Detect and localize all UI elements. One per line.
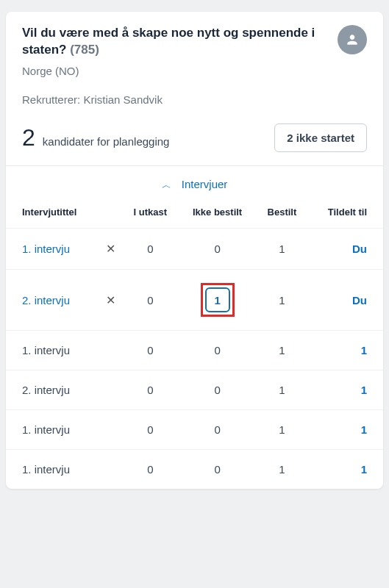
table-row: 2. intervju0011 — [6, 370, 383, 410]
ordered-count: 1 — [256, 229, 308, 270]
recruiter-label: Rekrutterer: — [22, 93, 80, 106]
collapse-toggle[interactable]: ︿ Intervjuer — [6, 166, 383, 199]
interview-title: 1. intervju — [6, 331, 99, 370]
col-draft: I utkast — [121, 199, 179, 229]
person-icon — [345, 32, 360, 47]
interview-card: Vil du være med å skape noe nytt og spen… — [6, 12, 383, 489]
interview-title: 1. intervju — [6, 450, 99, 490]
close-icon[interactable]: ✕ — [106, 294, 115, 306]
interview-title[interactable]: 2. intervju — [6, 270, 99, 331]
col-close-spacer — [99, 199, 121, 229]
row-close-cell — [99, 331, 121, 370]
draft-count: 0 — [121, 450, 179, 490]
not-ordered-count: 0 — [179, 450, 255, 490]
ordered-count: 1 — [256, 370, 308, 410]
col-ordered: Bestilt — [256, 199, 308, 229]
summary-left: 2 kandidater for planlegging — [22, 124, 169, 151]
candidate-count: 2 — [22, 124, 35, 151]
table-row: 1. intervju0011 — [6, 331, 383, 370]
interview-table: Intervjutittel I utkast Ikke bestilt Bes… — [6, 199, 383, 490]
ordered-count: 1 — [256, 410, 308, 450]
summary-row: 2 kandidater for planlegging 2 ikke star… — [6, 113, 383, 166]
draft-count: 0 — [121, 270, 179, 331]
ordered-count: 1 — [256, 270, 308, 331]
assigned-to[interactable]: 1 — [308, 370, 383, 410]
col-assigned: Tildelt til — [308, 199, 383, 229]
assigned-to[interactable]: Du — [308, 229, 383, 270]
not-ordered-count: 0 — [179, 370, 255, 410]
not-started-button[interactable]: 2 ikke startet — [274, 123, 367, 152]
assigned-to[interactable]: 1 — [308, 450, 383, 490]
collapse-label: Intervjuer — [182, 178, 228, 190]
job-title-text: Vil du være med å skape noe nytt og spen… — [22, 26, 315, 57]
table-row: 1. intervju0011 — [6, 450, 383, 490]
card-header: Vil du være med å skape noe nytt og spen… — [6, 12, 383, 113]
row-close-cell — [99, 410, 121, 450]
not-ordered-badge[interactable]: 1 — [205, 287, 230, 312]
draft-count: 0 — [121, 410, 179, 450]
draft-count: 0 — [121, 370, 179, 410]
job-location: Norge (NO) — [22, 65, 367, 77]
job-title: Vil du være med å skape noe nytt og spen… — [22, 25, 367, 59]
row-close-cell — [99, 450, 121, 490]
col-not-ordered: Ikke bestilt — [179, 199, 255, 229]
candidate-count-label: kandidater for planlegging — [43, 135, 170, 148]
chevron-up-icon: ︿ — [162, 179, 171, 192]
profile-button[interactable] — [338, 25, 367, 54]
not-ordered-count[interactable]: 1 — [179, 270, 255, 331]
ordered-count: 1 — [256, 450, 308, 490]
highlight-annotation: 1 — [201, 283, 235, 317]
row-close-cell[interactable]: ✕ — [99, 270, 121, 331]
recruiter-line: Rekrutterer: Kristian Sandvik — [22, 93, 367, 106]
not-ordered-count: 0 — [179, 229, 255, 270]
draft-count: 0 — [121, 331, 179, 370]
draft-count: 0 — [121, 229, 179, 270]
assigned-to[interactable]: Du — [308, 270, 383, 331]
interview-title[interactable]: 1. intervju — [6, 229, 99, 270]
ordered-count: 1 — [256, 331, 308, 370]
table-row: 1. intervju✕001Du — [6, 229, 383, 270]
table-row: 2. intervju✕011Du — [6, 270, 383, 331]
assigned-to[interactable]: 1 — [308, 410, 383, 450]
not-ordered-count: 0 — [179, 331, 255, 370]
table-row: 1. intervju0011 — [6, 410, 383, 450]
col-title: Intervjutittel — [6, 199, 99, 229]
interview-title: 2. intervju — [6, 370, 99, 410]
assigned-to[interactable]: 1 — [308, 331, 383, 370]
recruiter-name: Kristian Sandvik — [83, 93, 163, 106]
row-close-cell[interactable]: ✕ — [99, 229, 121, 270]
job-id: (785) — [70, 43, 99, 57]
row-close-cell — [99, 370, 121, 410]
close-icon[interactable]: ✕ — [106, 243, 115, 255]
interview-title: 1. intervju — [6, 410, 99, 450]
not-ordered-count: 0 — [179, 410, 255, 450]
